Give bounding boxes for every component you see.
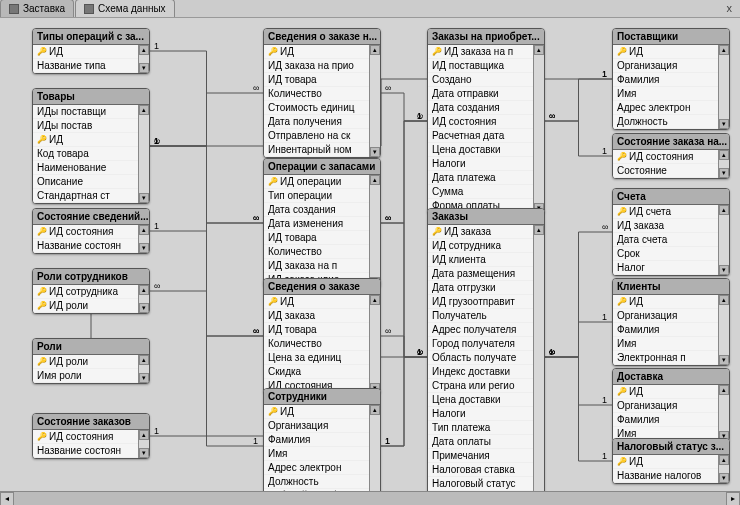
table-t_clients[interactable]: Клиенты🔑ИДОрганизацияФамилияИмяЭлектронн…: [612, 278, 730, 366]
scroll-down-icon[interactable]: ▾: [139, 373, 149, 383]
table-field[interactable]: Налог: [613, 261, 718, 275]
table-field[interactable]: Налоговая ставка: [428, 463, 533, 477]
scroll-up-icon[interactable]: ▴: [719, 45, 729, 55]
table-field[interactable]: Получатель: [428, 309, 533, 323]
table-field[interactable]: 🔑ИД сотрудника: [33, 285, 138, 299]
table-field[interactable]: Город получателя: [428, 337, 533, 351]
scroll-down-icon[interactable]: ▾: [139, 193, 149, 203]
table-field[interactable]: 🔑ИД: [264, 295, 369, 309]
scrollbar-track[interactable]: [139, 55, 149, 63]
table-title[interactable]: Операции с запасами: [264, 159, 380, 175]
scrollbar-track[interactable]: [370, 415, 380, 491]
scrollbar-track[interactable]: [719, 160, 729, 168]
relationships-canvas[interactable]: 1∞1∞1∞1∞1∞1∞∞11∞∞1∞1∞1∞11∞1∞∞1∞11∞∞1∞1∞1…: [0, 18, 740, 491]
table-field[interactable]: 🔑ИД: [613, 295, 718, 309]
table-field[interactable]: ИДы постав: [33, 119, 138, 133]
table-field[interactable]: Фамилия: [613, 323, 718, 337]
table-t_deliv[interactable]: Доставка🔑ИДОрганизацияФамилияИмя▴▾: [612, 368, 730, 442]
table-field[interactable]: Имя роли: [33, 369, 138, 383]
table-title[interactable]: Налоговый статус з...: [613, 439, 729, 455]
scroll-left-icon[interactable]: ◂: [0, 492, 14, 505]
scroll-right-icon[interactable]: ▸: [726, 492, 740, 505]
table-scrollbar[interactable]: ▴▾: [138, 285, 149, 313]
table-field[interactable]: 🔑ИД операции: [264, 175, 369, 189]
table-t_roles[interactable]: Роли🔑ИД ролиИмя роли▴▾: [32, 338, 150, 384]
table-scrollbar[interactable]: ▴▾: [369, 405, 380, 491]
table-field[interactable]: Дата получения: [264, 115, 369, 129]
table-field[interactable]: 🔑ИД заказа на п: [428, 45, 533, 59]
table-field[interactable]: Электронная п: [613, 351, 718, 365]
scrollbar-track[interactable]: [14, 492, 726, 505]
table-title[interactable]: Сведения о заказе н...: [264, 29, 380, 45]
scroll-up-icon[interactable]: ▴: [139, 225, 149, 235]
scroll-down-icon[interactable]: ▾: [719, 265, 729, 275]
table-field[interactable]: Тип платежа: [428, 421, 533, 435]
table-t_ops[interactable]: Операции с запасами🔑ИД операцииТип опера…: [263, 158, 381, 288]
table-field[interactable]: Наименование: [33, 161, 138, 175]
table-field[interactable]: Создано: [428, 73, 533, 87]
table-field[interactable]: 🔑ИД счета: [613, 205, 718, 219]
table-field[interactable]: Организация: [613, 309, 718, 323]
table-field[interactable]: 🔑ИД состояния: [613, 150, 718, 164]
table-field[interactable]: Название состоян: [33, 239, 138, 253]
table-field[interactable]: ИД заказа на прио: [264, 59, 369, 73]
table-title[interactable]: Клиенты: [613, 279, 729, 295]
table-field[interactable]: Фамилия: [264, 433, 369, 447]
table-field[interactable]: Фамилия: [613, 73, 718, 87]
table-field[interactable]: Сумма: [428, 185, 533, 199]
table-field[interactable]: 🔑ИД роли: [33, 355, 138, 369]
table-scrollbar[interactable]: ▴▾: [718, 45, 729, 129]
scrollbar-track[interactable]: [719, 55, 729, 119]
table-title[interactable]: Состояние сведений...: [33, 209, 149, 225]
table-field[interactable]: Стандартная ст: [33, 189, 138, 203]
table-field[interactable]: 🔑ИД: [264, 45, 369, 59]
table-scrollbar[interactable]: ▴▾: [718, 150, 729, 178]
table-scrollbar[interactable]: ▴▾: [718, 205, 729, 275]
scroll-down-icon[interactable]: ▾: [139, 303, 149, 313]
table-t_zak[interactable]: Заказы🔑ИД заказаИД сотрудникаИД клиентаД…: [427, 208, 545, 491]
table-field[interactable]: Стоимость единиц: [264, 101, 369, 115]
scroll-down-icon[interactable]: ▾: [370, 147, 380, 157]
table-t_state_zn[interactable]: Состояние заказа на...🔑ИД состоянияСосто…: [612, 133, 730, 179]
table-field[interactable]: Дата создания: [264, 203, 369, 217]
table-scrollbar[interactable]: ▴▾: [369, 175, 380, 287]
table-field[interactable]: Название налогов: [613, 469, 718, 483]
table-title[interactable]: Типы операций с за...: [33, 29, 149, 45]
table-scrollbar[interactable]: ▴▾: [369, 295, 380, 393]
table-field[interactable]: Отправлено на ск: [264, 129, 369, 143]
table-field[interactable]: Состояние: [613, 164, 718, 178]
table-t_roles_emp[interactable]: Роли сотрудников🔑ИД сотрудника🔑ИД роли▴▾: [32, 268, 150, 314]
table-field[interactable]: Организация: [613, 399, 718, 413]
table-field[interactable]: ИД товара: [264, 323, 369, 337]
scroll-up-icon[interactable]: ▴: [139, 355, 149, 365]
table-field[interactable]: ИД сотрудника: [428, 239, 533, 253]
scroll-up-icon[interactable]: ▴: [719, 455, 729, 465]
table-title[interactable]: Роли: [33, 339, 149, 355]
scroll-up-icon[interactable]: ▴: [719, 385, 729, 395]
scroll-up-icon[interactable]: ▴: [139, 285, 149, 295]
table-scrollbar[interactable]: ▴▾: [718, 455, 729, 483]
scroll-up-icon[interactable]: ▴: [370, 295, 380, 305]
table-field[interactable]: ИД клиента: [428, 253, 533, 267]
table-title[interactable]: Поставщики: [613, 29, 729, 45]
table-field[interactable]: Организация: [613, 59, 718, 73]
scrollbar-track[interactable]: [139, 235, 149, 243]
table-t_emp[interactable]: Сотрудники🔑ИДОрганизацияФамилияИмяАдрес …: [263, 388, 381, 491]
tab-view2[interactable]: Схема данных: [75, 0, 175, 17]
table-field[interactable]: 🔑ИД состояния: [33, 430, 138, 444]
scroll-up-icon[interactable]: ▴: [534, 225, 544, 235]
table-field[interactable]: Фамилия: [613, 413, 718, 427]
table-field[interactable]: Расчетная дата: [428, 129, 533, 143]
scroll-up-icon[interactable]: ▴: [719, 205, 729, 215]
scrollbar-track[interactable]: [719, 465, 729, 473]
table-field[interactable]: ИД поставщика: [428, 59, 533, 73]
table-t_state_ord[interactable]: Состояние заказов🔑ИД состоянияНазвание с…: [32, 413, 150, 459]
table-scrollbar[interactable]: ▴▾: [138, 105, 149, 203]
scrollbar-track[interactable]: [370, 185, 380, 277]
table-field[interactable]: Индекс доставки: [428, 365, 533, 379]
scrollbar-track[interactable]: [534, 235, 544, 491]
table-t_sved_o[interactable]: Сведения о заказе🔑ИДИД заказаИД товараКо…: [263, 278, 381, 394]
table-field[interactable]: Дата отправки: [428, 87, 533, 101]
table-field[interactable]: ИДы поставщи: [33, 105, 138, 119]
table-field[interactable]: Количество: [264, 245, 369, 259]
